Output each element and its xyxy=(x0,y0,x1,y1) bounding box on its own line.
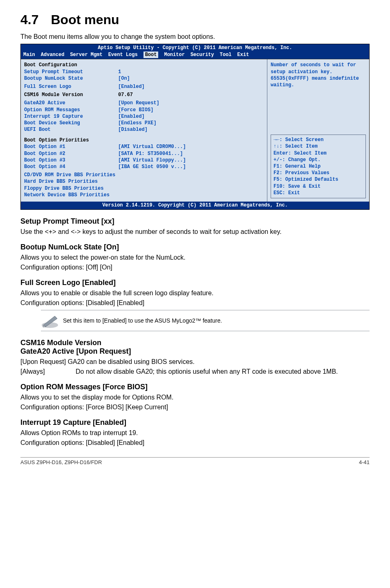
row-int19[interactable]: Interrupt 19 Capture[Enabled] xyxy=(24,113,264,120)
key-esc-exit: ESC: Exit xyxy=(273,190,363,196)
value-full-screen-logo: [Enabled] xyxy=(118,83,145,90)
value-boot-opt-4: [IBA GE Slot 0500 v...] xyxy=(118,164,186,170)
def-always-text: Do not allow disable GA20; this optionis… xyxy=(76,368,370,375)
bios-tabbar: Main Advanced Server Mgmt Event Logs Boo… xyxy=(21,52,369,59)
body-int19-1: Allows Option ROMs to trap interrupt 19. xyxy=(20,429,370,437)
body-numlock-2: Configuration options: [Off] [On] xyxy=(20,264,370,271)
value-uefi-boot: [Disabled] xyxy=(118,126,148,133)
label-csm16: CSM16 Module Version xyxy=(24,92,118,98)
label-bootup-numlock: Bootup NumLock State xyxy=(24,75,118,82)
row-csm16-version: CSM16 Module Version 07.67 xyxy=(24,92,264,98)
body-gatea20-upon: [Upon Request] GA20 can be disabled usin… xyxy=(20,358,370,366)
label-full-screen-logo: Full Screen Logo xyxy=(24,83,118,90)
label-gatea20: GateA20 Active xyxy=(24,100,118,106)
value-boot-opt-3: [AMI Virtual Floppy...] xyxy=(118,157,186,164)
key-optimized-defaults: F5: Optimized Defaults xyxy=(273,176,363,183)
row-gatea20[interactable]: GateA20 Active[Upon Request] xyxy=(24,100,264,106)
subhead-numlock: Bootup NumLock State [On] xyxy=(20,243,370,251)
tab-security[interactable]: Security xyxy=(191,52,214,58)
bios-window: Aptio Setup Utility - Copyright (C) 2011… xyxy=(20,44,370,210)
row-option-rom[interactable]: Option ROM Messages[Force BIOS] xyxy=(24,107,264,113)
tab-monitor[interactable]: Monitor xyxy=(164,52,184,58)
boot-priorities-heading: Boot Option Priorities xyxy=(24,137,264,144)
term-always: [Always] xyxy=(20,368,76,375)
label-uefi-boot: UEFI Boot xyxy=(24,126,118,133)
bios-main-panel: Boot Configuration Setup Prompt Timeout … xyxy=(21,59,267,202)
label-boot-opt-3: Boot Option #3 xyxy=(24,157,118,164)
section-heading: Boot menu xyxy=(51,12,119,27)
row-bootup-numlock[interactable]: Bootup NumLock State [On] xyxy=(24,75,264,82)
row-setup-prompt-timeout[interactable]: Setup Prompt Timeout 1 xyxy=(24,69,264,75)
subhead-setup-prompt-timeout: Setup Prompt Timeout [xx] xyxy=(20,217,370,226)
note-text: Set this item to [Enabled] to use the AS… xyxy=(63,317,222,324)
link-network-bbs[interactable]: Network Device BBS Priorities xyxy=(24,192,264,198)
tab-advanced[interactable]: Advanced xyxy=(41,52,65,58)
footer-right: 4-41 xyxy=(359,459,370,465)
key-previous-values: F2: Previous Values xyxy=(273,170,363,176)
row-boot-seek[interactable]: Boot Device Seeking[Endless PXE] xyxy=(24,120,264,126)
tab-exit[interactable]: Exit xyxy=(237,52,249,58)
label-setup-prompt-timeout: Setup Prompt Timeout xyxy=(24,69,118,75)
label-boot-seek: Boot Device Seeking xyxy=(24,120,118,126)
subhead-csm-gatea20: CSM16 Module Version GateA20 Active [Upo… xyxy=(20,339,370,356)
subhead-csm-line2: GateA20 Active [Upon Request] xyxy=(20,347,131,355)
tab-tool[interactable]: Tool xyxy=(220,52,232,58)
bios-help-panel: Number of seconds to wait for setup acti… xyxy=(267,59,369,202)
pencil-icon xyxy=(41,313,59,328)
subhead-option-rom: Option ROM Messages [Force BIOS] xyxy=(20,383,370,391)
page-footer: ASUS Z9PH-D16, Z9PH-D16/FDR 4-41 xyxy=(20,457,370,465)
key-select-screen: →←: Select Screen xyxy=(273,137,363,143)
row-boot-opt-3[interactable]: Boot Option #3[AMI Virtual Floppy...] xyxy=(24,157,264,164)
value-setup-prompt-timeout: 1 xyxy=(118,69,121,75)
label-boot-opt-1: Boot Option #1 xyxy=(24,144,118,150)
link-hdd-bbs[interactable]: Hard Drive BBS Priorities xyxy=(24,178,264,185)
subhead-fullscreen-logo: Full Screen Logo [Enabled] xyxy=(20,278,370,287)
key-enter: Enter: Select Item xyxy=(273,150,363,157)
value-bootup-numlock: [On] xyxy=(118,75,130,82)
value-option-rom: [Force BIOS] xyxy=(118,107,153,113)
value-csm16: 07.67 xyxy=(118,92,133,98)
page-title: 4.7Boot menu xyxy=(20,12,370,27)
row-boot-opt-4[interactable]: Boot Option #4[IBA GE Slot 0500 v...] xyxy=(24,164,264,170)
boot-config-heading: Boot Configuration xyxy=(24,62,264,68)
row-full-screen-logo[interactable]: Full Screen Logo [Enabled] xyxy=(24,83,264,90)
bios-keymap: →←: Select Screen ↑↓: Select Item Enter:… xyxy=(271,135,366,198)
body-spt: Use the <+> and <-> keys to adjust the n… xyxy=(20,228,370,236)
key-change-opt: +/-: Change Opt. xyxy=(273,157,363,163)
body-numlock-1: Allows you to select the power-on state … xyxy=(20,254,370,261)
row-boot-opt-2[interactable]: Boot Option #2[SATA P1: ST350041...] xyxy=(24,150,264,157)
body-optrom-1: Allows you to set the display mode for O… xyxy=(20,394,370,401)
label-option-rom: Option ROM Messages xyxy=(24,107,118,113)
tab-servermgmt[interactable]: Server Mgmt xyxy=(70,52,102,58)
bios-titlebar: Aptio Setup Utility - Copyright (C) 2011… xyxy=(21,44,369,52)
value-boot-seek: [Endless PXE] xyxy=(118,120,157,126)
row-boot-opt-1[interactable]: Boot Option #1[AMI Virtual CDROM0...] xyxy=(24,144,264,150)
subhead-int19: Interrupt 19 Capture [Enabled] xyxy=(20,418,370,427)
key-general-help: F1: General Help xyxy=(273,163,363,170)
label-int19: Interrupt 19 Capture xyxy=(24,113,118,120)
body-optrom-2: Configuration options: [Force BIOS] [Kee… xyxy=(20,404,370,411)
key-save-exit: F10: Save & Exit xyxy=(273,183,363,190)
value-gatea20: [Upon Request] xyxy=(118,100,159,106)
row-uefi-boot[interactable]: UEFI Boot[Disabled] xyxy=(24,126,264,133)
key-select-item: ↑↓: Select Item xyxy=(273,143,363,150)
tab-eventlogs[interactable]: Event Logs xyxy=(108,52,138,58)
footer-left: ASUS Z9PH-D16, Z9PH-D16/FDR xyxy=(20,459,102,465)
value-boot-opt-1: [AMI Virtual CDROM0...] xyxy=(118,144,186,150)
bios-footer: Version 2.14.1219. Copyright (C) 2011 Am… xyxy=(21,202,369,209)
def-always: [Always] Do not allow disable GA20; this… xyxy=(20,368,370,375)
subhead-csm-line1: CSM16 Module Version xyxy=(20,339,101,347)
link-cddvd-bbs[interactable]: CD/DVD ROM Drive BBS Priorities xyxy=(24,172,264,178)
intro-text: The Boot menu items allow you to change … xyxy=(20,33,370,40)
tab-boot[interactable]: Boot xyxy=(143,52,159,58)
bios-help-text: Number of seconds to wait for setup acti… xyxy=(271,62,366,132)
note-mylogo2: Set this item to [Enabled] to use the AS… xyxy=(41,310,370,331)
link-floppy-bbs[interactable]: Floppy Drive BBS Priorities xyxy=(24,185,264,192)
value-int19: [Enabled] xyxy=(118,113,145,120)
label-boot-opt-4: Boot Option #4 xyxy=(24,164,118,170)
tab-main[interactable]: Main xyxy=(23,52,35,58)
body-logo-1: Allows you to enable or disable the full… xyxy=(20,290,370,297)
body-int19-2: Configuration options: [Disabled] [Enabl… xyxy=(20,439,370,447)
section-number: 4.7 xyxy=(20,12,38,27)
label-boot-opt-2: Boot Option #2 xyxy=(24,150,118,157)
